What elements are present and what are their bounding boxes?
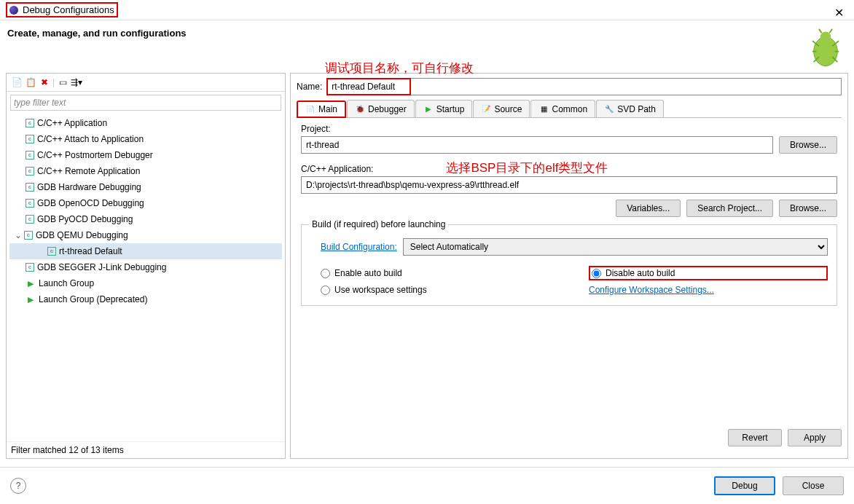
left-toolbar: 📄 📋 ✖ | ▭ ⇶▾ xyxy=(7,74,285,92)
revert-button[interactable]: Revert xyxy=(728,429,782,446)
source-icon: 📝 xyxy=(481,104,491,114)
new-config-icon[interactable]: 📄 xyxy=(11,76,23,88)
build-fieldset: Build (if required) before launching Bui… xyxy=(301,224,837,306)
app-input[interactable] xyxy=(301,176,837,194)
play-icon: ▶ xyxy=(423,104,434,114)
duplicate-icon[interactable]: 📋 xyxy=(25,76,36,88)
build-config-select[interactable]: Select Automatically xyxy=(403,238,828,256)
svg-point-2 xyxy=(820,31,831,42)
name-input[interactable] xyxy=(328,79,410,94)
tab-svd-path[interactable]: 🔧SVD Path xyxy=(596,100,664,117)
tree-item-cpp-app[interactable]: cC/C++ Application xyxy=(9,115,282,131)
filter-icon[interactable]: ⇶▾ xyxy=(71,76,82,88)
bug-small-icon: 🐞 xyxy=(355,104,365,114)
project-label: Project: xyxy=(301,124,837,134)
radio-enable-auto[interactable]: Enable auto build xyxy=(321,266,560,280)
tab-main[interactable]: 📄Main xyxy=(297,101,346,118)
right-panel: Name: // merge the highlighted name inpu… xyxy=(290,73,848,459)
footer: ? Debug Close xyxy=(0,467,854,504)
filter-status: Filter matched 12 of 13 items xyxy=(7,441,285,458)
debug-button[interactable]: Debug xyxy=(714,476,775,495)
filter-input[interactable] xyxy=(10,95,281,111)
doc-icon: 📄 xyxy=(305,104,316,114)
browse-project-button[interactable]: Browse... xyxy=(779,136,837,154)
svd-icon: 🔧 xyxy=(604,104,614,114)
build-legend: Build (if required) before launching xyxy=(309,219,448,229)
tree-item-gdb-segger[interactable]: cGDB SEGGER J-Link Debugging xyxy=(9,259,282,275)
radio-disable-auto-input[interactable] xyxy=(592,269,601,278)
help-icon[interactable]: ? xyxy=(10,478,26,494)
common-icon: ▦ xyxy=(538,104,549,114)
app-label: C/C++ Application: xyxy=(301,164,373,174)
name-label: Name: xyxy=(297,82,322,92)
radio-disable-auto[interactable]: Disable auto build xyxy=(592,268,675,278)
titlebar: Debug Configurations xyxy=(0,0,854,20)
project-input[interactable] xyxy=(301,136,773,154)
bug-icon xyxy=(804,28,847,70)
search-project-button[interactable]: Search Project... xyxy=(686,200,773,217)
build-config-link[interactable]: Build Configuration: xyxy=(321,242,397,252)
window-title: Debug Configurations xyxy=(23,4,114,15)
radio-enable-auto-input[interactable] xyxy=(321,269,330,278)
configure-workspace-link[interactable]: Configure Workspace Settings... xyxy=(589,285,828,295)
annotation-app: 选择BSP目录下的elf类型文件 xyxy=(446,160,608,176)
chevron-down-icon[interactable]: ⌄ xyxy=(12,229,24,242)
tab-debugger[interactable]: 🐞Debugger xyxy=(347,100,415,117)
radio-use-workspace-input[interactable] xyxy=(321,286,330,295)
tab-common[interactable]: ▦Common xyxy=(530,100,595,117)
tree-item-gdb-openocd[interactable]: cGDB OpenOCD Debugging xyxy=(9,195,282,211)
variables-button[interactable]: Variables... xyxy=(616,200,681,217)
eclipse-icon xyxy=(9,6,18,15)
tree-item-cpp-postmortem[interactable]: cC/C++ Postmortem Debugger xyxy=(9,147,282,163)
tree-item-cpp-remote[interactable]: cC/C++ Remote Application xyxy=(9,163,282,179)
browse-app-button[interactable]: Browse... xyxy=(779,200,837,217)
close-button[interactable]: Close xyxy=(783,476,844,495)
radio-use-workspace[interactable]: Use workspace settings xyxy=(321,285,560,295)
tree-item-launch-group[interactable]: ▶Launch Group xyxy=(9,275,282,291)
tab-startup[interactable]: ▶Startup xyxy=(415,100,473,117)
tree-item-gdb-pyocd[interactable]: cGDB PyOCD Debugging xyxy=(9,211,282,227)
collapse-icon[interactable]: ▭ xyxy=(57,76,68,88)
tree-item-cpp-attach[interactable]: cC/C++ Attach to Application xyxy=(9,131,282,147)
header-text: Create, manage, and run configurations xyxy=(7,28,187,70)
apply-button[interactable]: Apply xyxy=(788,429,842,446)
tabs: 📄Main 🐞Debugger ▶Startup 📝Source ▦Common… xyxy=(297,100,842,118)
left-panel: 📄 📋 ✖ | ▭ ⇶▾ cC/C++ Application cC/C++ A… xyxy=(6,73,286,459)
tab-source[interactable]: 📝Source xyxy=(473,100,530,117)
tree-item-launch-group-dep[interactable]: ▶Launch Group (Deprecated) xyxy=(9,291,282,307)
config-tree: cC/C++ Application cC/C++ Attach to Appl… xyxy=(7,114,285,441)
annotation-name: 调试项目名称，可自行修改 xyxy=(325,60,474,76)
close-icon[interactable]: ✕ xyxy=(834,6,844,20)
tree-item-gdb-qemu[interactable]: ⌄cGDB QEMU Debugging xyxy=(9,227,282,243)
tree-item-gdb-hw[interactable]: cGDB Hardware Debugging xyxy=(9,179,282,195)
tree-item-rt-thread-default[interactable]: crt-thread Default xyxy=(9,243,282,259)
delete-icon[interactable]: ✖ xyxy=(39,76,50,88)
